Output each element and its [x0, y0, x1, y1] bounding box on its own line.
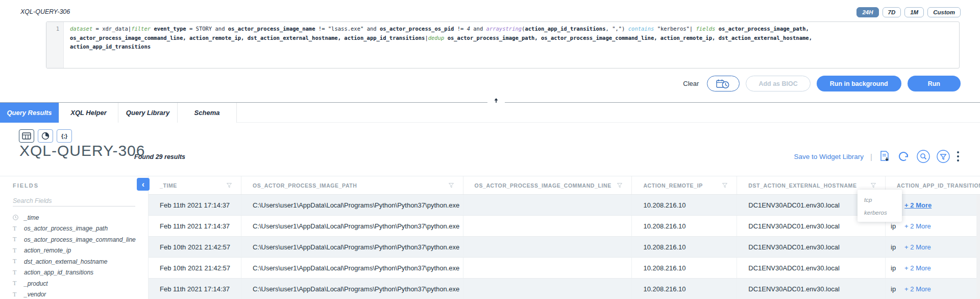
- code-line-3: action_app_id_transitions: [70, 42, 812, 52]
- clear-button[interactable]: Clear: [683, 80, 699, 87]
- run-in-background-button[interactable]: Run in background: [817, 76, 901, 91]
- editor-actions: Clear Add as BIOC Run in background Run: [683, 76, 961, 91]
- more-link[interactable]: + 2 More: [904, 264, 931, 272]
- column-header-action_remote_ip[interactable]: ACTION_REMOTE_IP: [632, 176, 737, 194]
- filter-icon[interactable]: [937, 150, 950, 163]
- table-view-icon: [22, 132, 31, 140]
- save-to-widget-library-link[interactable]: Save to Widget Library: [794, 153, 864, 160]
- results-table: _TIMEOS_ACTOR_PROCESS_IMAGE_PATHOS_ACTOR…: [148, 176, 980, 299]
- column-filter-icon[interactable]: [449, 183, 454, 188]
- column-header-os_actor_process_image_path[interactable]: OS_ACTOR_PROCESS_IMAGE_PATH: [241, 176, 463, 194]
- time-range-custom[interactable]: Custom: [927, 7, 961, 17]
- field-item-dst_action_external_hostname[interactable]: Tdst_action_external_hostname: [0, 256, 148, 267]
- text-icon: T: [13, 280, 24, 287]
- json-view-icon: {;}: [61, 133, 67, 139]
- cell-hostname: DC1ENV30ADC01.env30.local: [737, 237, 886, 257]
- cell-time: Feb 11th 2021 17:14:37: [149, 195, 241, 215]
- collapse-sidebar-button[interactable]: ‹: [137, 178, 150, 191]
- column-label: ACTION_APP_ID_TRANSITIONS: [897, 182, 980, 189]
- json-view-button[interactable]: {;}: [57, 129, 72, 143]
- run-button[interactable]: Run: [908, 76, 961, 91]
- column-filter-icon[interactable]: [617, 183, 622, 188]
- field-item-_product[interactable]: T_product: [0, 278, 148, 289]
- cell-image-path: C:\Users\user1\AppData\Local\Programs\Py…: [241, 258, 463, 278]
- field-name: _vendor: [24, 291, 46, 298]
- tab-query-results[interactable]: Query Results: [0, 103, 59, 123]
- text-icon: T: [13, 291, 24, 298]
- tab-query-library[interactable]: Query Library: [118, 103, 178, 123]
- line-number: 1: [56, 26, 59, 32]
- field-name: _time: [24, 214, 39, 221]
- pie-view-icon: [41, 132, 50, 140]
- table-row[interactable]: Feb 11th 2021 17:14:37C:\Users\user1\App…: [149, 195, 980, 216]
- field-name: action_remote_ip: [24, 247, 71, 254]
- cell-command-line: [463, 216, 632, 236]
- fields-sidebar: ‹ FIELDS _timeTos_actor_process_image_pa…: [0, 176, 148, 299]
- cell-image-path: C:\Users\user1\AppData\Local\Programs\Py…: [241, 216, 463, 236]
- table-view-button[interactable]: [19, 129, 34, 143]
- field-list: _timeTos_actor_process_image_pathTos_act…: [0, 212, 148, 299]
- more-link[interactable]: + 2 More: [904, 201, 932, 209]
- editor-gutter: 1: [46, 22, 64, 68]
- text-icon: T: [13, 236, 24, 243]
- transitions-value: ip: [891, 222, 901, 230]
- field-name: _product: [24, 280, 48, 287]
- more-link[interactable]: + 2 More: [904, 243, 931, 251]
- table-row[interactable]: Feb 10th 2021 21:42:57C:\Users\user1\App…: [149, 237, 980, 258]
- refresh-icon[interactable]: [897, 150, 910, 163]
- time-range-7d[interactable]: 7D: [883, 7, 901, 17]
- schedule-query-button[interactable]: [707, 76, 740, 91]
- cell-command-line: [463, 237, 632, 257]
- column-filter-icon[interactable]: [722, 183, 727, 188]
- pie-view-button[interactable]: [38, 129, 53, 143]
- column-filter-icon[interactable]: [871, 183, 876, 188]
- field-item-os_actor_process_image_path[interactable]: Tos_actor_process_image_path: [0, 223, 148, 235]
- results-title: XQL-QUERY-306: [19, 142, 145, 159]
- table-header-row: _TIMEOS_ACTOR_PROCESS_IMAGE_PATHOS_ACTOR…: [149, 176, 980, 195]
- found-results-count: Found 29 results: [134, 153, 185, 160]
- more-link[interactable]: + 2 More: [904, 222, 931, 230]
- field-item-_time[interactable]: _time: [0, 212, 148, 223]
- more-link[interactable]: + 2 More: [904, 285, 931, 293]
- column-header-_time[interactable]: _TIME: [149, 176, 241, 194]
- table-scrollbar[interactable]: [976, 195, 980, 299]
- query-name-label: XQL-QUERY-306: [20, 8, 70, 15]
- cell-transitions: ip+ 2 More: [886, 237, 980, 257]
- cell-image-path: C:\Users\user1\AppData\Local\Programs\Py…: [241, 237, 463, 257]
- kebab-menu-icon[interactable]: [957, 151, 960, 162]
- field-item-os_actor_process_image_command_line[interactable]: Tos_actor_process_image_command_line: [0, 234, 148, 245]
- field-item-_vendor[interactable]: T_vendor: [0, 289, 148, 299]
- cell-remote-ip: 10.208.216.10: [632, 279, 737, 299]
- tab-xql-helper[interactable]: XQL Helper: [59, 103, 118, 123]
- text-icon: T: [13, 247, 24, 255]
- table-row[interactable]: Feb 10th 2021 21:42:57C:\Users\user1\App…: [149, 258, 980, 279]
- calendar-clock-icon: [716, 79, 731, 89]
- cell-command-line: [463, 195, 632, 215]
- field-item-action_app_id_transitions[interactable]: Taction_app_id_transitions: [0, 267, 148, 279]
- cell-remote-ip: 10.208.216.10: [632, 216, 737, 236]
- tab-schema[interactable]: Schema: [178, 103, 237, 123]
- search-icon[interactable]: [917, 150, 930, 163]
- tooltip-item: tcp: [864, 194, 902, 206]
- search-fields-input[interactable]: [13, 196, 135, 206]
- column-label: _TIME: [160, 182, 177, 189]
- column-label: OS_ACTOR_PROCESS_IMAGE_COMMAND_LINE: [475, 182, 611, 189]
- transitions-value: ip: [891, 264, 901, 272]
- add-as-bioc-button[interactable]: Add as BIOC: [746, 76, 810, 91]
- column-filter-icon[interactable]: [227, 183, 232, 188]
- results-tabbar: Query ResultsXQL HelperQuery LibrarySche…: [0, 103, 980, 123]
- column-header-os_actor_process_image_command_line[interactable]: OS_ACTOR_PROCESS_IMAGE_COMMAND_LINE: [463, 176, 632, 194]
- xql-code[interactable]: dataset = xdr_data|filter event_type = S…: [64, 22, 812, 68]
- text-icon: T: [13, 258, 24, 265]
- column-label: DST_ACTION_EXTERNAL_HOSTNAME: [748, 182, 856, 189]
- time-range-24h[interactable]: 24H: [856, 7, 878, 17]
- xql-editor[interactable]: 1 dataset = xdr_data|filter event_type =…: [46, 21, 960, 68]
- field-name: dst_action_external_hostname: [24, 258, 107, 265]
- table-row[interactable]: Feb 11th 2021 17:14:37C:\Users\user1\App…: [149, 216, 980, 237]
- table-row[interactable]: Feb 11th 2021 17:14:37C:\Users\user1\App…: [149, 279, 980, 299]
- transitions-value: ip: [891, 285, 901, 293]
- field-item-action_remote_ip[interactable]: Taction_remote_ip: [0, 245, 148, 257]
- column-label: ACTION_REMOTE_IP: [643, 182, 702, 189]
- export-report-icon[interactable]: [879, 150, 890, 163]
- time-range-1m[interactable]: 1M: [904, 7, 924, 17]
